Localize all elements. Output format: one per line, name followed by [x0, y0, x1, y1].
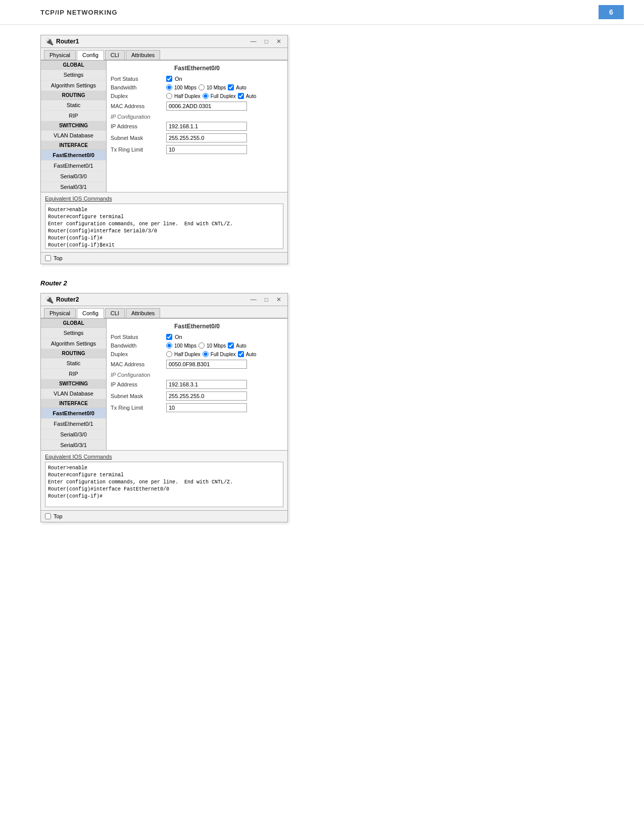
router1-subnet-value: [166, 133, 283, 142]
router2-tab-cli[interactable]: CLI: [105, 308, 125, 318]
router1-close[interactable]: ✕: [274, 38, 283, 45]
router1-subnet-input[interactable]: [166, 133, 247, 142]
router1-ios-terminal[interactable]: Router>enable Router#configure terminal …: [45, 204, 283, 249]
router2-ios-section: Equivalent IOS Commands Router>enable Ro…: [41, 450, 287, 510]
router2-dup-full-radio[interactable]: [203, 351, 209, 357]
router1-bw-100-label: 100 Mbps: [174, 85, 196, 90]
router1-subnet-row: Subnet Mask: [111, 133, 283, 142]
router1-ios-text: Router>enable Router#configure terminal …: [48, 207, 280, 249]
r2-sidebar-settings[interactable]: Settings: [41, 328, 106, 338]
router2-dup-half-radio[interactable]: [166, 351, 172, 357]
router2-ios-terminal[interactable]: Router>enable Router#configure terminal …: [45, 462, 283, 507]
router2-port-status-text: On: [175, 334, 182, 340]
router1-port-status-checkbox[interactable]: [166, 76, 172, 82]
router2-window: 🔌 Router2 — □ ✕ Physical Config CLI Attr…: [40, 293, 288, 522]
sidebar-serial0-3-0[interactable]: Serial0/3/0: [41, 171, 106, 182]
r2-sidebar-static[interactable]: Static: [41, 358, 106, 369]
router2-ios-text: Router>enable Router#configure terminal …: [48, 465, 280, 500]
router2-tab-config[interactable]: Config: [77, 308, 104, 318]
router1-tab-cli[interactable]: CLI: [105, 50, 125, 60]
router2-tx-input[interactable]: [166, 403, 247, 412]
router1-port-status-value: On: [166, 76, 283, 82]
router1-bw-auto-label: Auto: [236, 85, 246, 90]
r2-sidebar-serial0-3-0[interactable]: Serial0/3/0: [41, 429, 106, 440]
sidebar-fastethernet0-1[interactable]: FastEthernet0/1: [41, 161, 106, 171]
router1-dup-half-radio[interactable]: [166, 93, 172, 99]
router1-ip-input[interactable]: [166, 122, 247, 131]
sidebar-settings[interactable]: Settings: [41, 70, 106, 80]
page-number-badge: 6: [599, 5, 624, 19]
r2-sidebar-fastethernet0-0[interactable]: FastEthernet0/0: [41, 408, 106, 419]
router1-ip-value: [166, 122, 283, 131]
router2-mac-input[interactable]: [166, 360, 247, 369]
router2-subnet-value: [166, 391, 283, 401]
router1-bandwidth-options: 100 Mbps 10 Mbps Auto: [166, 84, 283, 90]
router1-tx-value: [166, 145, 283, 154]
router1-bw-10-radio[interactable]: [199, 84, 205, 90]
r2-sidebar-serial0-3-1[interactable]: Serial0/3/1: [41, 440, 106, 450]
router1-subnet-label: Subnet Mask: [111, 135, 166, 141]
router2-tx-row: Tx Ring Limit: [111, 403, 283, 412]
router1-bw-100-radio[interactable]: [166, 84, 172, 90]
router1-maximize[interactable]: □: [263, 38, 270, 45]
router2-tab-attributes[interactable]: Attributes: [126, 308, 160, 318]
page-header: TCP/IP NETWORKING 6: [0, 0, 644, 25]
router1-top-label: Top: [54, 255, 63, 261]
router1-ip-row: IP Address: [111, 122, 283, 131]
router1-dup-full-radio[interactable]: [203, 93, 209, 99]
router2-title: 🔌 Router2: [45, 296, 79, 304]
router2-bw-100-radio[interactable]: [166, 342, 172, 349]
sidebar-algorithm-settings[interactable]: Algorithm Settings: [41, 80, 106, 91]
router2-bw-10-radio[interactable]: [199, 342, 205, 349]
sidebar-static[interactable]: Static: [41, 100, 106, 111]
sidebar-global: GLOBAL: [41, 61, 106, 70]
router2-bw-auto-label: Auto: [236, 343, 246, 349]
router1-tab-physical[interactable]: Physical: [44, 50, 76, 60]
sidebar-rip[interactable]: RIP: [41, 111, 106, 121]
router2-dup-full-label: Full Duplex: [211, 352, 236, 357]
router2-subnet-row: Subnet Mask: [111, 391, 283, 401]
router2-duplex-label: Duplex: [111, 351, 166, 357]
router2-tabs: Physical Config CLI Attributes: [41, 306, 287, 318]
router2-duplex-options: Half Duplex Full Duplex Auto: [166, 351, 283, 357]
router2-top-label: Top: [54, 513, 63, 519]
router1-port-status-row: Port Status On: [111, 76, 283, 82]
r2-sidebar-switching: SWITCHING: [41, 379, 106, 388]
r2-sidebar-vlan-database[interactable]: VLAN Database: [41, 388, 106, 399]
router2-bandwidth-label: Bandwidth: [111, 342, 166, 349]
router1-tab-config[interactable]: Config: [77, 50, 104, 60]
router2-ip-input[interactable]: [166, 380, 247, 389]
page-title: TCP/IP NETWORKING: [40, 9, 118, 16]
router1-minimize[interactable]: —: [249, 38, 259, 45]
router2-config-body: GLOBAL Settings Algorithm Settings ROUTI…: [41, 318, 287, 450]
r2-sidebar-algorithm-settings[interactable]: Algorithm Settings: [41, 338, 106, 349]
router1-tx-row: Tx Ring Limit: [111, 145, 283, 154]
router2-port-status-value: On: [166, 334, 283, 340]
router2-top-checkbox[interactable]: [45, 513, 51, 519]
router2-maximize[interactable]: □: [263, 296, 270, 303]
router2-tab-physical[interactable]: Physical: [44, 308, 76, 318]
router1-top-checkbox[interactable]: [45, 255, 51, 261]
router1-tab-attributes[interactable]: Attributes: [126, 50, 160, 60]
router2-close[interactable]: ✕: [274, 296, 283, 303]
r2-sidebar-rip[interactable]: RIP: [41, 369, 106, 379]
router1-dup-auto-checkbox[interactable]: [238, 93, 244, 99]
router2-dup-auto-checkbox[interactable]: [238, 351, 244, 357]
router1-dup-auto-label: Auto: [246, 93, 257, 99]
router2-footer: Top: [41, 510, 287, 522]
sidebar-fastethernet0-0[interactable]: FastEthernet0/0: [41, 150, 106, 161]
router2-bw-auto-checkbox[interactable]: [228, 342, 234, 349]
sidebar-vlan-database[interactable]: VLAN Database: [41, 130, 106, 141]
router2-minimize[interactable]: —: [249, 296, 259, 303]
r2-sidebar-fastethernet0-1[interactable]: FastEthernet0/1: [41, 419, 106, 429]
router1-mac-input[interactable]: [166, 102, 247, 111]
router1-panel-header: FastEthernet0/0: [111, 65, 283, 72]
router1-tx-input[interactable]: [166, 145, 247, 154]
router2-subnet-input[interactable]: [166, 391, 247, 401]
router1-bw-auto-checkbox[interactable]: [228, 84, 234, 90]
router2-port-status-checkbox[interactable]: [166, 334, 172, 340]
router1-duplex-row: Duplex Half Duplex Full Duplex Auto: [111, 93, 283, 99]
router2-footer-top: Top: [45, 513, 63, 519]
sidebar-serial0-3-1[interactable]: Serial0/3/1: [41, 182, 106, 192]
router2-port-status-label: Port Status: [111, 334, 166, 340]
